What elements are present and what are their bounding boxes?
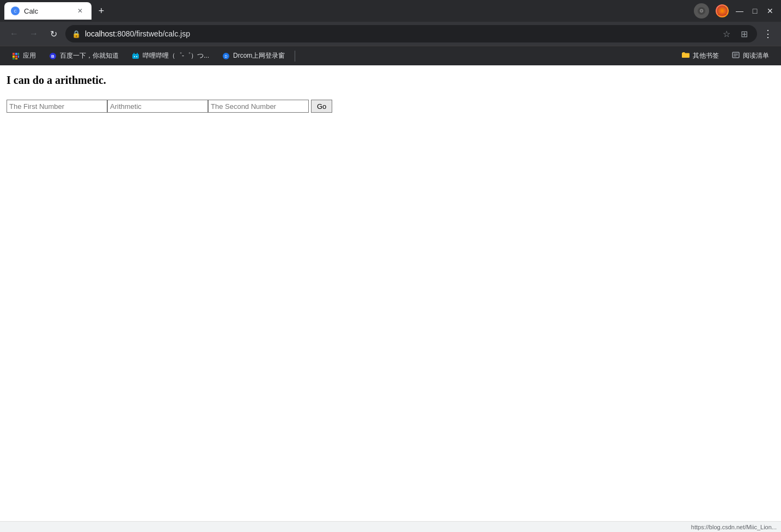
first-number-input[interactable] (7, 100, 107, 113)
bookmark-bilibili-label: 哔哩哔哩（゜-゜）つ... (143, 51, 209, 60)
second-number-input[interactable] (208, 100, 309, 113)
bookmark-drcom-label: Drcom上网登录窗 (233, 51, 285, 60)
svg-rect-19 (137, 53, 138, 54)
minimize-button[interactable]: — (733, 4, 746, 17)
arithmetic-input[interactable] (107, 100, 208, 113)
close-button[interactable]: ✕ (764, 4, 777, 17)
status-url: https://blog.csdn.net/Miic_Lion... (691, 524, 777, 530)
svg-text:B: B (51, 54, 54, 59)
bookmark-apps-label: 应用 (23, 51, 36, 60)
svg-rect-8 (15, 53, 17, 55)
lock-icon: 🔒 (72, 30, 81, 38)
bookmark-bilibili[interactable]: 哔哩哔哩（゜-゜）つ... (126, 49, 215, 63)
svg-rect-9 (18, 53, 19, 55)
bookmark-baidu[interactable]: B 百度一下，你就知道 (44, 49, 124, 63)
svg-point-21 (136, 56, 137, 57)
back-button[interactable]: ← (7, 26, 22, 41)
svg-text:C: C (14, 9, 16, 13)
svg-rect-14 (15, 58, 17, 59)
svg-point-6 (717, 5, 728, 16)
status-bar: https://blog.csdn.net/Miic_Lion... (0, 521, 781, 532)
tab-title: Calc (24, 7, 71, 15)
other-bookmarks-label: 其他书签 (693, 51, 719, 60)
profile-avatar[interactable] (716, 4, 729, 17)
bilibili-icon (132, 52, 139, 60)
new-tab-button[interactable]: + (94, 3, 109, 19)
tab-close-button[interactable]: ✕ (75, 6, 85, 16)
svg-rect-17 (132, 54, 139, 59)
bookmark-drcom[interactable]: D Drcom上网登录窗 (217, 49, 290, 63)
bookmark-baidu-label: 百度一下，你就知道 (60, 51, 119, 60)
svg-rect-11 (15, 56, 17, 58)
bookmarks-bar: 应用 B 百度一下，你就知道 哔哩哔哩（゜-゜）つ... (0, 46, 781, 65)
refresh-button[interactable]: ↻ (46, 26, 61, 41)
page-heading: I can do a arithmetic. (7, 74, 774, 87)
browser-menu-button[interactable]: ⋮ (761, 27, 774, 40)
apps-grid-icon (12, 52, 20, 60)
drcom-icon: D (222, 52, 230, 60)
reading-list-icon (732, 52, 740, 60)
url-text: localhost:8080/firstweb/calc.jsp (85, 29, 190, 38)
svg-rect-13 (13, 58, 15, 59)
arithmetic-form: Go (7, 100, 774, 113)
svg-rect-10 (13, 56, 15, 58)
other-bookmarks-folder[interactable]: 其他书签 (676, 49, 724, 63)
url-host: localhost (85, 29, 115, 38)
address-bar: ← → ↻ 🔒 localhost:8080/firstweb/calc.jsp… (0, 22, 781, 46)
browser-tab[interactable]: C Calc ✕ (4, 2, 91, 20)
reading-list-folder[interactable]: 阅读清单 (727, 49, 774, 63)
bookmarks-right-section: 其他书签 阅读清单 (676, 49, 774, 63)
extensions-puzzle-icon[interactable]: ⊞ (737, 27, 751, 40)
forward-button[interactable]: → (26, 26, 41, 41)
url-bar[interactable]: 🔒 localhost:8080/firstweb/calc.jsp ☆ ⊞ (65, 25, 757, 42)
browser-window: C Calc ✕ + ⚙ (0, 0, 781, 532)
go-button[interactable]: Go (311, 100, 332, 113)
tab-favicon: C (11, 7, 20, 15)
maximize-button[interactable]: □ (748, 4, 761, 17)
bookmark-star-icon[interactable]: ☆ (720, 27, 733, 40)
bookmark-folder-icon (682, 52, 690, 60)
extension-icon[interactable]: ⚙ (694, 3, 709, 19)
web-content: I can do a arithmetic. Go (0, 65, 781, 521)
baidu-icon: B (49, 52, 57, 60)
svg-text:D: D (224, 54, 227, 58)
reading-list-label: 阅读清单 (743, 51, 769, 60)
bookmarks-separator (295, 51, 295, 62)
svg-text:⚙: ⚙ (699, 8, 704, 14)
bookmark-apps[interactable]: 应用 (7, 49, 41, 63)
svg-rect-18 (133, 53, 135, 54)
title-bar: C Calc ✕ + ⚙ (0, 0, 781, 22)
svg-rect-7 (13, 53, 15, 55)
svg-rect-12 (18, 56, 19, 58)
svg-point-20 (134, 56, 135, 57)
